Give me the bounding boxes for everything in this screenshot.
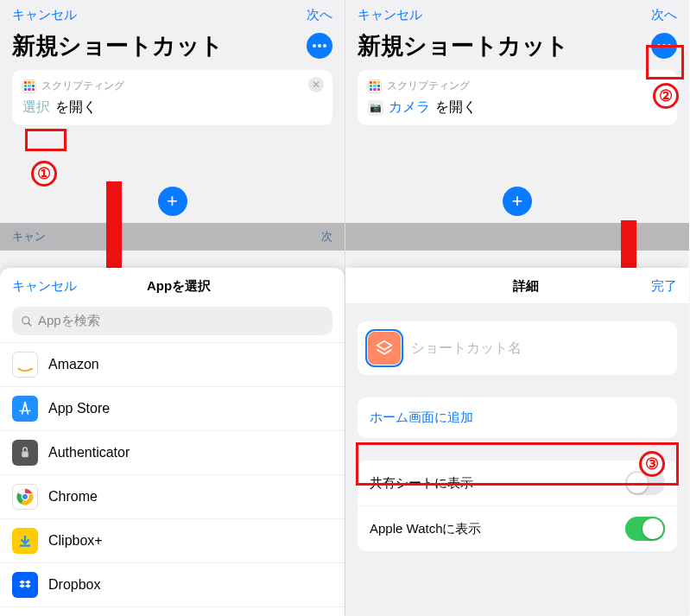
svg-rect-6 <box>20 545 30 547</box>
chrome-icon <box>12 484 38 510</box>
app-row[interactable]: Amazon <box>0 342 345 387</box>
app-row[interactable]: App Store <box>0 387 345 431</box>
ellipsis-icon <box>313 44 316 48</box>
share-sheet-label: 共有シートに表示 <box>370 475 473 492</box>
page-title: 新規ショートカット <box>12 30 224 61</box>
add-action-button[interactable]: + <box>503 187 532 216</box>
add-to-home-button[interactable]: ホーム画面に追加 <box>358 397 677 438</box>
more-button[interactable] <box>651 33 677 59</box>
app-row[interactable]: Dropbox <box>0 563 345 607</box>
open-suffix: を開く <box>55 98 97 117</box>
cancel-link[interactable]: キャンセル <box>12 7 77 23</box>
more-button[interactable] <box>307 33 332 59</box>
authenticator-icon <box>12 440 38 466</box>
remove-action-button[interactable]: ✕ <box>308 77 324 92</box>
clipbox-icon <box>12 528 38 554</box>
camera-icon: 📷 <box>368 100 383 116</box>
shortcut-name-placeholder: ショートカット名 <box>411 340 522 358</box>
svg-point-5 <box>22 493 28 499</box>
scripting-icon <box>22 79 36 93</box>
cancel-link[interactable]: キャンセル <box>358 7 422 23</box>
hidden-sheet-nav: キャン 次 <box>0 223 345 251</box>
dropbox-icon <box>12 572 38 598</box>
action-card: スクリプティング ✕ 選択 を開く <box>12 70 332 125</box>
scripting-icon <box>368 79 382 93</box>
app-label: Authenticator <box>48 445 130 460</box>
svg-line-1 <box>28 322 32 326</box>
page-title: 新規ショートカット <box>358 30 569 61</box>
svg-point-0 <box>22 316 29 323</box>
next-link[interactable]: 次へ <box>307 7 332 23</box>
shortcut-icon[interactable] <box>368 332 401 365</box>
app-label: Dropbox <box>48 577 100 593</box>
action-card: スクリプティング 📷 カメラ を開く <box>358 70 677 125</box>
apple-watch-label: Apple Watchに表示 <box>370 521 482 537</box>
ellipsis-icon <box>657 44 661 48</box>
scripting-label: スクリプティング <box>41 79 124 93</box>
app-row[interactable]: Authenticator <box>0 431 345 475</box>
app-token[interactable]: カメラ <box>389 98 430 117</box>
app-label: Amazon <box>48 357 99 372</box>
next-link[interactable]: 次へ <box>651 7 677 23</box>
done-link[interactable]: 完了 <box>651 278 677 295</box>
scripting-label: スクリプティング <box>387 79 470 93</box>
search-icon <box>21 315 33 327</box>
svg-rect-2 <box>22 452 28 458</box>
app-label: App Store <box>48 401 110 416</box>
search-placeholder: Appを検索 <box>38 313 100 329</box>
app-picker-sheet: キャンセル Appを選択 Appを検索 AmazonApp StoreAuthe… <box>0 268 345 616</box>
hidden-sheet-nav <box>345 223 689 251</box>
share-sheet-toggle[interactable] <box>625 471 665 495</box>
open-suffix: を開く <box>435 98 477 117</box>
apple-watch-toggle[interactable] <box>625 517 665 541</box>
sheet-title: Appを選択 <box>147 278 211 295</box>
search-input[interactable]: Appを検索 <box>12 307 332 335</box>
app-label: Clipbox+ <box>48 533 103 549</box>
appstore-icon <box>12 396 38 422</box>
select-token[interactable]: 選択 <box>22 98 50 117</box>
app-label: Chrome <box>48 489 98 505</box>
details-sheet: 詳細 完了 ショートカット名 ホーム画面に追加 共有シートに表示 <box>345 268 689 616</box>
amazon-icon <box>12 352 38 378</box>
cancel-link[interactable]: キャンセル <box>12 278 77 295</box>
add-action-button[interactable]: + <box>158 187 187 216</box>
app-row[interactable]: Clipbox+ <box>0 519 345 563</box>
shortcut-name-row[interactable]: ショートカット名 <box>358 321 677 375</box>
app-row[interactable]: Chrome <box>0 475 345 519</box>
details-title: 詳細 <box>513 278 539 295</box>
